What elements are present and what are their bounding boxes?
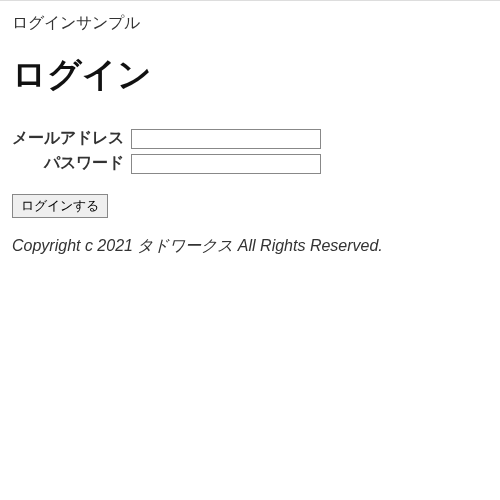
- email-label: メールアドレス: [12, 126, 130, 151]
- password-label: パスワード: [12, 151, 130, 176]
- login-button[interactable]: ログインする: [12, 194, 108, 218]
- breadcrumb: ログインサンプル: [12, 13, 488, 34]
- page-title: ログイン: [12, 52, 488, 98]
- email-field[interactable]: [131, 129, 321, 149]
- copyright: Copyright c 2021 タドワークス All Rights Reser…: [12, 236, 488, 257]
- login-form-table: メールアドレス パスワード: [12, 126, 322, 176]
- password-field[interactable]: [131, 154, 321, 174]
